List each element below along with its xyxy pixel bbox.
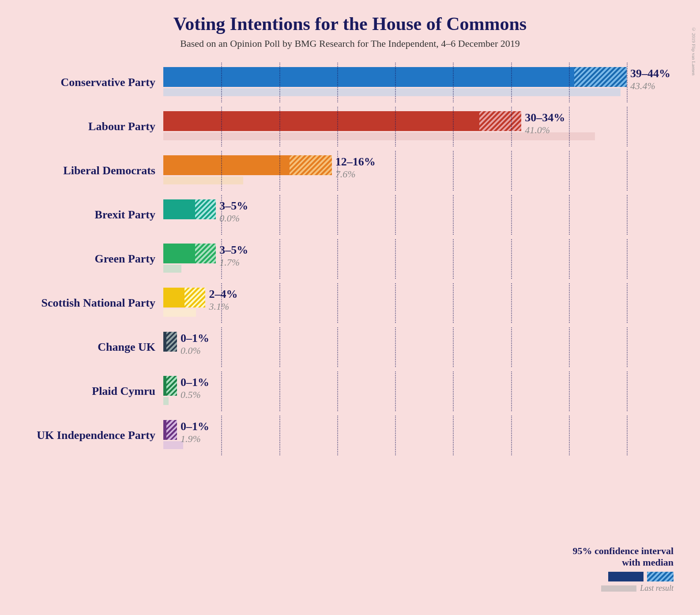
grid-line — [221, 107, 222, 146]
value-range-label: 12–16% — [335, 155, 376, 169]
bars-wrapper: 0–1%0.5% — [163, 371, 682, 411]
grid-line — [569, 327, 570, 367]
grid-line — [627, 283, 628, 323]
party-label: Green Party — [26, 252, 163, 266]
grid-line — [627, 416, 628, 455]
chart-subtitle: Based on an Opinion Poll by BMG Research… — [18, 38, 682, 49]
grid-line — [395, 151, 396, 191]
bar-hatched — [290, 155, 331, 175]
legend-box: 95% confidence intervalwith median Last … — [572, 545, 674, 593]
grid-line — [627, 195, 628, 235]
grid-line — [337, 371, 338, 411]
grid-line — [453, 239, 454, 279]
grid-line — [511, 151, 512, 191]
bar-hatched — [166, 332, 177, 352]
grid-line — [395, 416, 396, 455]
bars-wrapper: 0–1%1.9% — [163, 416, 682, 455]
bar-solid — [163, 332, 166, 352]
grid-line — [569, 283, 570, 323]
value-range-label: 39–44% — [630, 67, 670, 80]
bar-hatched — [195, 199, 216, 219]
bar-last-result — [163, 309, 196, 317]
grid-line — [569, 151, 570, 191]
grid-line — [511, 239, 512, 279]
bar-row: Liberal Democrats12–16%7.6% — [26, 151, 682, 191]
legend-row-ci — [608, 572, 674, 581]
grid-line — [279, 416, 280, 455]
bar-hatched — [166, 376, 177, 396]
grid-line — [279, 107, 280, 146]
grid-line — [627, 327, 628, 367]
grid-line — [337, 283, 338, 323]
bars-wrapper: 3–5%1.7% — [163, 239, 682, 279]
grid-line — [395, 107, 396, 146]
bar-last-result — [163, 88, 621, 96]
party-label: Liberal Democrats — [26, 164, 163, 177]
grid-line — [569, 239, 570, 279]
value-median-label: 0.5% — [181, 389, 201, 401]
grid-line — [627, 151, 628, 191]
bar-solid — [163, 199, 195, 219]
legend-hatched-bar — [647, 572, 674, 581]
bar-hatched — [195, 244, 216, 263]
grid-line — [569, 416, 570, 455]
chart-area: Conservative Party39–44%43.4%Labour Part… — [18, 63, 682, 460]
bars-wrapper: 3–5%0.0% — [163, 195, 682, 235]
bar-last-result — [163, 397, 169, 405]
grid-line — [453, 151, 454, 191]
value-range-label: 3–5% — [219, 244, 248, 257]
value-range-label: 0–1% — [181, 376, 209, 389]
value-median-label: 3.1% — [209, 301, 229, 312]
value-range-label: 0–1% — [181, 420, 209, 433]
grid-line — [337, 107, 338, 146]
grid-line — [221, 151, 222, 191]
bar-row: Conservative Party39–44%43.4% — [26, 63, 682, 102]
grid-line — [221, 416, 222, 455]
grid-line — [337, 239, 338, 279]
bar-row: Change UK0–1%0.0% — [26, 327, 682, 367]
grid-line — [337, 327, 338, 367]
grid-line — [279, 63, 280, 102]
grid-line — [453, 195, 454, 235]
grid-line — [279, 151, 280, 191]
grid-line — [337, 195, 338, 235]
bar-row: UK Independence Party0–1%1.9% — [26, 416, 682, 455]
bar-solid — [163, 155, 290, 175]
grid-line — [279, 327, 280, 367]
grid-line — [395, 195, 396, 235]
value-median-label: 0.0% — [219, 213, 240, 224]
bar-hatched — [166, 420, 177, 440]
grid-line — [453, 283, 454, 323]
grid-line — [569, 371, 570, 411]
copyright-text: © 2019 Flip van Laenen — [691, 26, 696, 75]
grid-line — [279, 283, 280, 323]
bar-hatched — [479, 111, 521, 131]
grid-line — [569, 107, 570, 146]
grid-line — [337, 63, 338, 102]
bar-row: Scottish National Party2–4%3.1% — [26, 283, 682, 323]
grid-line — [569, 63, 570, 102]
party-label: Labour Party — [26, 120, 163, 133]
grid-line — [511, 416, 512, 455]
value-range-label: 2–4% — [209, 288, 237, 301]
grid-line — [511, 195, 512, 235]
grid-line — [395, 327, 396, 367]
grid-line — [511, 327, 512, 367]
bar-hatched — [184, 288, 206, 308]
value-range-label: 30–34% — [525, 111, 565, 124]
grid-line — [221, 63, 222, 102]
grid-line — [453, 327, 454, 367]
legend-row-last: Last result — [601, 584, 674, 593]
grid-line — [627, 239, 628, 279]
grid-line — [279, 195, 280, 235]
legend-last-label: Last result — [640, 584, 674, 593]
bar-solid — [163, 111, 479, 131]
bar-solid — [163, 376, 166, 396]
grid-line — [627, 63, 628, 102]
bars-wrapper: 12–16%7.6% — [163, 151, 682, 191]
legend-title: 95% confidence intervalwith median — [572, 545, 674, 568]
bars-wrapper: 2–4%3.1% — [163, 283, 682, 323]
legend-last-bar — [601, 585, 636, 592]
bar-solid — [163, 288, 184, 308]
bars-wrapper: 30–34%41.0% — [163, 107, 682, 146]
